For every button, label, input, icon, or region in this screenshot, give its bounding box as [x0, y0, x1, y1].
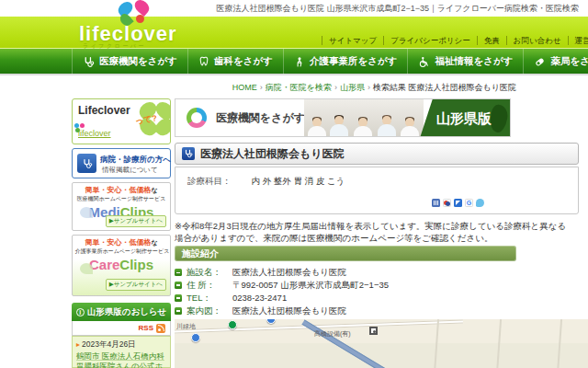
- bookmark-icon-3[interactable]: [454, 199, 462, 207]
- breadcrumb-separator: ›: [257, 83, 266, 92]
- pill-icon: [534, 56, 546, 68]
- sidebar-rss-row: RSS: [72, 321, 171, 336]
- sidebar-about-lifeclover[interactable]: Lifeclover って? lifeclover: [72, 98, 171, 144]
- facility-row-name: 施設名： 医療法人社団根際会もり医院: [175, 268, 516, 277]
- breadcrumb-current: 検索結果 医療法人社団根際会もり医院: [373, 83, 516, 92]
- nav-tab-dental[interactable]: 歯科をさがす: [188, 49, 284, 75]
- location-map[interactable]: 川緑地 高橋設備(有): [175, 319, 588, 368]
- breadcrumb-separator: ›: [365, 83, 373, 92]
- twitter-icon[interactable]: [476, 199, 484, 207]
- map-terrain: [175, 343, 588, 368]
- transit-marker-icon[interactable]: [191, 333, 200, 342]
- mediclips-catch: 簡単・安心・低価格な: [73, 185, 170, 195]
- department-box: 診療科目：内 外 整外 胃 消 皮 こう G: [175, 167, 579, 214]
- department-label: 診療科目：: [187, 176, 232, 186]
- info-icon: i: [76, 308, 85, 316]
- sidebar-for-clinics-banner[interactable]: 病院・診療所の方へ 情報掲載について: [72, 148, 171, 178]
- department-value: 内 外 整外 胃 消 皮 こう: [252, 176, 345, 186]
- stethoscope-badge-icon: [182, 147, 195, 160]
- breadcrumb-home[interactable]: HOME: [232, 83, 257, 92]
- sidebar-news-list: ▸2023年4月26日 鶴岡市 医療法人石橋内科胃腸科医院さんの公式ホームペ: [72, 336, 171, 368]
- park-marker-icon[interactable]: [228, 320, 237, 329]
- clover-petal-pink-icon: [132, 0, 152, 17]
- careclips-sample-button[interactable]: ▶サンプルサイトへ: [106, 279, 166, 291]
- nav-tab-welfare[interactable]: 福祉情報をさがす: [408, 49, 524, 75]
- about-mini-logo: lifeclover: [78, 129, 111, 138]
- transit-marker-icon[interactable]: [266, 319, 276, 324]
- utility-link-privacy[interactable]: プライバシーポリシー: [383, 36, 477, 45]
- utility-link-contact[interactable]: お問い合わせ: [506, 36, 568, 45]
- prefecture-silhouette-icon: [489, 104, 509, 133]
- green-bullet-icon: [175, 282, 182, 289]
- mediclips-desc: 医療機関ホームページ制作サービス: [75, 195, 168, 203]
- caregiver-icon: [294, 56, 305, 68]
- utility-link-sitemap[interactable]: サイトマップ: [322, 36, 383, 45]
- nav-tab-label: 介護事業所をさがす: [310, 55, 397, 68]
- clover-ring-icon: [187, 108, 207, 128]
- nav-tab-pharmacy[interactable]: 薬局をさがす: [524, 49, 588, 75]
- rss-icon[interactable]: [156, 324, 165, 333]
- leaf-icon: [80, 207, 93, 218]
- nav-tab-care[interactable]: 介護事業所をさがす: [284, 49, 408, 75]
- stethoscope-badge-icon: [77, 154, 96, 173]
- map-label-park: 川緑地: [176, 322, 196, 331]
- facility-detail-list: 施設名： 医療法人社団根際会もり医院 住 所： 〒992-0057 山形県米沢市…: [175, 268, 516, 319]
- wheelchair-icon: [418, 56, 430, 68]
- utility-nav: サイトマッププライバシーポリシー免責お問い合わせ運営: [322, 36, 588, 47]
- green-bullet-icon: [175, 294, 182, 302]
- map-label-company: 高橋設備(有): [314, 329, 351, 339]
- careclips-catch: 簡単・安心・低価格な: [73, 237, 170, 247]
- tooth-icon: [198, 56, 209, 67]
- section-header-facility: 施設紹介: [175, 246, 516, 261]
- search-banner: 医療機関をさがす 山形県版: [175, 98, 511, 137]
- news-item-date: ▸2023年4月26日: [76, 339, 166, 351]
- banner-label: 医療機関をさがす: [216, 110, 305, 126]
- bookmark-icon-1[interactable]: [432, 199, 440, 207]
- for-clinics-title: 病院・診療所の方へ: [100, 155, 171, 166]
- breadcrumb-prefecture[interactable]: 山形県: [340, 83, 365, 92]
- for-clinics-subtitle: 情報掲載について: [102, 166, 158, 175]
- rss-link[interactable]: RSS: [139, 324, 153, 332]
- nav-tab-medical[interactable]: 医療機関をさがす: [72, 49, 188, 75]
- utility-link-operator[interactable]: 運営: [568, 36, 588, 45]
- careclips-desc: 介護事業所ホームページ制作サービス: [75, 247, 168, 256]
- sidebar-news-header: i 山形県版のおしらせ: [72, 303, 171, 321]
- about-title: Lifeclover: [78, 104, 130, 117]
- news-item-link[interactable]: 鶴岡市 医療法人石橋内科胃腸科医院さんの公式ホームペ: [76, 351, 166, 368]
- breadcrumb-separator: ›: [332, 83, 340, 92]
- sidebar-mediclips-banner[interactable]: 簡単・安心・低価格な 医療機関ホームページ制作サービス MediClips ▶サ…: [72, 182, 171, 231]
- stethoscope-icon: [83, 56, 95, 68]
- bookmark-icon-2[interactable]: [443, 199, 451, 207]
- sidebar-careclips-banner[interactable]: 簡単・安心・低価格な 介護事業所ホームページ制作サービス CareClips ▶…: [72, 235, 171, 296]
- main-nav-bar: 医療機関をさがす 歯科をさがす 介護事業所をさがす 福祉情報をさがす 薬局をさが…: [0, 48, 588, 75]
- facility-title-bar: 医療法人社団根際会もり医院: [175, 143, 579, 165]
- medical-staff-photo: [304, 99, 424, 137]
- leaf-icon: [80, 263, 93, 274]
- edition-label: 山形県版: [436, 110, 492, 128]
- utility-link-disclaimer[interactable]: 免責: [477, 36, 506, 45]
- company-marker-icon[interactable]: [369, 327, 378, 335]
- prefecture-edition-badge: 山形県版: [420, 99, 510, 137]
- department-row: 診療科目：内 外 整外 胃 消 皮 こう: [187, 176, 345, 188]
- mediclips-sample-button[interactable]: ▶サンプルサイトへ: [106, 215, 166, 227]
- news-title: 山形県版のおしらせ: [87, 306, 167, 318]
- page-title: 医療法人社団根際会もり医院: [200, 146, 345, 162]
- breadcrumb: HOME›病院・医院を検索›山形県›検索結果 医療法人社団根際会もり医院: [175, 82, 516, 94]
- facility-row-address: 住 所： 〒992-0057 山形県米沢市成島町2−1−35: [175, 281, 516, 290]
- facility-row-tel: TEL： 0238-23-2471: [175, 293, 516, 303]
- page: 医療法人社団根際会もり医院 山形県米沢市成島町2−1−35｜ライフクローバー病院…: [0, 0, 588, 368]
- bullet-arrow-icon: ▸: [76, 340, 80, 349]
- nav-tab-label: 医療機関をさがす: [99, 55, 177, 68]
- logo-kana: ライフクローバー: [83, 42, 146, 51]
- site-logo[interactable]: lifeclover ライフクローバー: [79, 0, 198, 48]
- nav-tabs: 医療機関をさがす 歯科をさがす 介護事業所をさがす 福祉情報をさがす 薬局をさが…: [72, 49, 588, 75]
- green-bullet-icon: [175, 269, 182, 276]
- disclaimer-note: ※令和8年2月3日現在の地方厚生局届出情報を表示しています。実際に診療している診…: [175, 220, 573, 245]
- nav-tab-label: 福祉情報をさがす: [435, 55, 513, 68]
- facility-row-map-link: 案内図： 医療法人社団根際会もり医院: [175, 306, 516, 316]
- google-bookmark-icon[interactable]: G: [465, 199, 473, 207]
- nav-tab-label: 薬局をさがす: [550, 55, 588, 68]
- nav-tab-label: 歯科をさがす: [214, 55, 273, 68]
- green-bullet-icon: [175, 307, 182, 315]
- breadcrumb-category[interactable]: 病院・医院を検索: [266, 83, 332, 92]
